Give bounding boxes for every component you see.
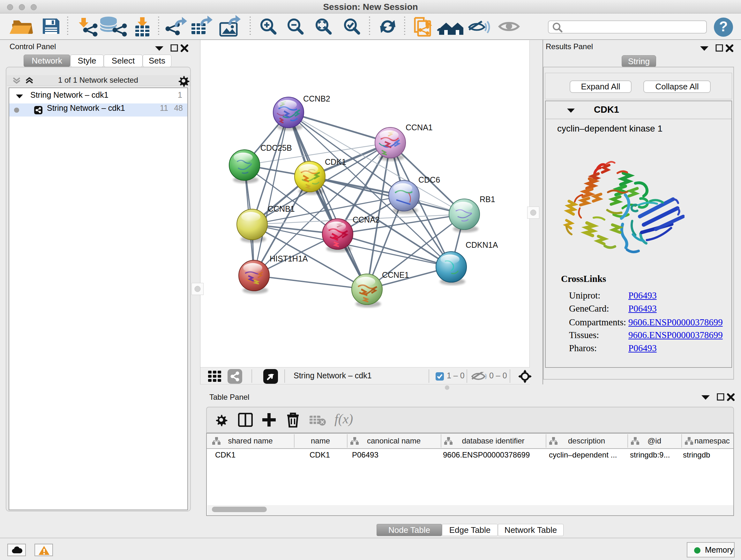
- svg-text:CDC6: CDC6: [418, 175, 440, 184]
- svg-text:CCNE1: CCNE1: [382, 270, 409, 279]
- svg-text:CCNA1: CCNA1: [406, 123, 433, 132]
- svg-text:CDC25B: CDC25B: [260, 143, 292, 152]
- svg-text:CCNB2: CCNB2: [303, 94, 330, 103]
- svg-text:CDKN1A: CDKN1A: [466, 240, 498, 249]
- svg-text:HIST1H1A: HIST1H1A: [270, 254, 308, 263]
- svg-text:CCNA2: CCNA2: [353, 215, 380, 224]
- svg-text:RB1: RB1: [480, 195, 495, 204]
- svg-text:CCNB1: CCNB1: [268, 204, 295, 213]
- svg-text:CDK1: CDK1: [325, 158, 346, 166]
